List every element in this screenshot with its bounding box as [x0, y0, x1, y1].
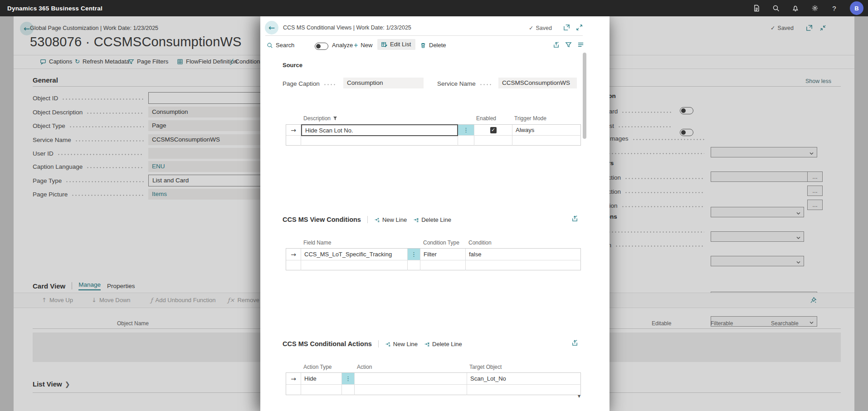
settings-gear-icon[interactable]	[811, 5, 819, 12]
action-cell[interactable]	[355, 373, 467, 385]
views-table: → Hide Scan Lot No. ⋮ ✓ Always	[286, 124, 581, 146]
dialog-service-name-field: CCSMSConsumptionWS	[498, 78, 577, 88]
edit-list-button[interactable]: Edit List	[377, 39, 415, 50]
row-indicator: →	[286, 125, 301, 136]
view-conditions-table: → CCS_MS_LoT_Specific_Tracking ⋮ Filter …	[286, 248, 581, 270]
empty-row-cell[interactable]	[301, 136, 458, 146]
top-bar: Dynamics 365 Business Central ? B	[0, 0, 868, 16]
conditions-new-line-button[interactable]: New Line	[374, 216, 407, 223]
column-filter-icon	[333, 116, 337, 121]
action-type-cell[interactable]: Hide	[301, 373, 342, 385]
app-root: Dynamics 365 Business Central ? B ←	[0, 0, 868, 411]
back-arrow-icon: ←	[268, 23, 275, 32]
description-cell[interactable]: Hide Scan Lot No.	[301, 124, 458, 136]
search-icon	[267, 42, 273, 49]
description-column-header[interactable]: Description	[303, 115, 331, 122]
row-ellipsis-menu[interactable]: ⋮	[458, 125, 474, 136]
dialog-search-button[interactable]: Search	[267, 42, 294, 49]
help-icon[interactable]: ?	[830, 5, 838, 12]
dialog-open-in-window-icon[interactable]	[563, 24, 570, 33]
trash-icon	[420, 42, 426, 49]
condition-type-cell[interactable]: Filter	[420, 249, 466, 260]
source-heading: Source	[283, 62, 302, 68]
checkbox-checked-icon[interactable]: ✓	[490, 127, 497, 133]
condition-column-header[interactable]: Condition	[468, 240, 492, 246]
empty-row-cell[interactable]	[301, 385, 342, 395]
edit-list-icon	[381, 41, 387, 48]
plus-icon: +	[354, 42, 358, 49]
view-conditions-heading: CCS MS View Conditions	[283, 216, 361, 223]
enabled-column-header[interactable]: Enabled	[476, 115, 496, 122]
row-ellipsis-menu[interactable]: ⋮	[408, 249, 420, 260]
action-type-column-header[interactable]: Action Type	[303, 364, 332, 370]
actions-delete-line-button[interactable]: Delete Line	[424, 341, 462, 347]
conditions-share-icon[interactable]	[571, 215, 578, 224]
conditional-actions-table: → Hide ⋮ Scan_Lot_No	[286, 372, 581, 395]
row-indicator: →	[286, 249, 301, 260]
dialog-expand-icon[interactable]	[576, 24, 583, 33]
dialog-back-button[interactable]: ←	[265, 21, 278, 34]
enabled-cell[interactable]: ✓	[474, 125, 512, 136]
filter-icon[interactable]	[565, 41, 572, 50]
app-title: Dynamics 365 Business Central	[7, 5, 102, 12]
options-menu-icon[interactable]	[577, 41, 584, 50]
actions-share-icon[interactable]	[571, 339, 578, 348]
new-line-icon	[385, 341, 391, 347]
condition-cell[interactable]: false	[466, 249, 581, 260]
conditional-actions-heading: CCS MS Conditional Actions	[283, 340, 372, 347]
target-object-cell[interactable]: Scan_Lot_No	[467, 373, 581, 385]
analyze-toggle[interactable]	[315, 43, 328, 50]
dialog-save-status: ✓ Saved	[529, 24, 552, 31]
delete-button[interactable]: Delete	[420, 42, 446, 49]
actions-new-line-button[interactable]: New Line	[385, 341, 418, 347]
field-name-column-header[interactable]: Field Name	[303, 240, 331, 246]
row-indicator: →	[286, 373, 301, 385]
field-name-cell[interactable]: CCS_MS_LoT_Specific_Tracking	[301, 249, 408, 260]
target-object-column-header[interactable]: Target Object	[469, 364, 502, 370]
action-column-header[interactable]: Action	[357, 364, 372, 370]
search-icon[interactable]	[772, 5, 780, 12]
trigger-mode-column-header[interactable]: Trigger Mode	[514, 115, 546, 122]
share-icon[interactable]	[553, 41, 560, 50]
vertical-scrollbar[interactable]	[583, 53, 586, 139]
page-caption-label: Page Caption	[283, 80, 320, 87]
conditional-views-dialog: ← CCS MS Conditional Views | Work Date: …	[260, 16, 610, 411]
dialog-breadcrumb: CCS MS Conditional Views | Work Date: 1/…	[283, 24, 411, 31]
delete-line-icon	[424, 341, 430, 347]
report-icon[interactable]	[752, 5, 760, 12]
check-icon: ✓	[529, 24, 533, 31]
page-caption-field: Consumption	[343, 78, 424, 88]
user-avatar[interactable]: B	[850, 1, 863, 15]
new-button[interactable]: + New	[354, 42, 372, 49]
row-ellipsis-menu[interactable]: ⋮	[342, 373, 355, 385]
condition-type-column-header[interactable]: Condition Type	[423, 240, 459, 246]
trigger-mode-cell[interactable]: Always	[512, 125, 581, 136]
empty-row-cell[interactable]	[301, 260, 408, 270]
conditions-delete-line-button[interactable]: Delete Line	[413, 216, 451, 223]
delete-line-icon	[413, 217, 419, 223]
dialog-service-name-label: Service Name	[437, 80, 476, 87]
notifications-bell-icon[interactable]	[791, 5, 799, 12]
new-line-icon	[374, 217, 380, 223]
analyze-label: Analyze	[332, 42, 353, 49]
